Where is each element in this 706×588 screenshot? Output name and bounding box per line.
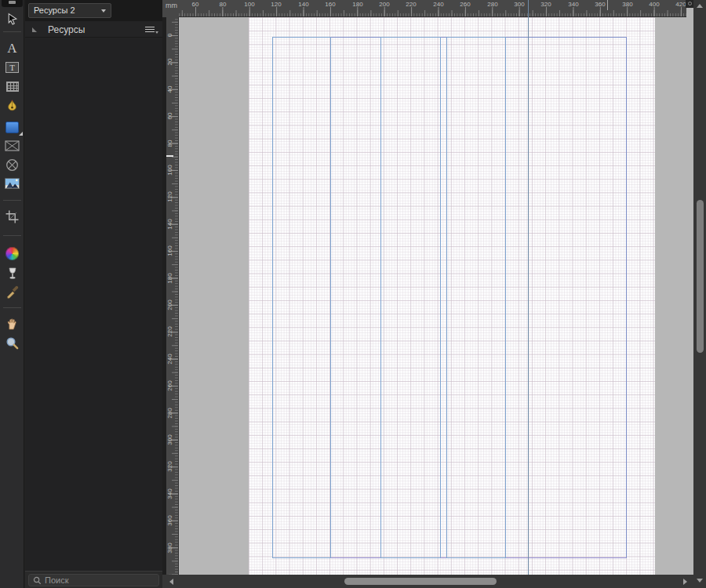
assets-section-header[interactable]: Ресурсы: [25, 21, 162, 38]
tools-panel: A T: [0, 0, 24, 588]
ruler-tick-label: 340: [568, 1, 578, 9]
assets-list-empty-area[interactable]: [25, 38, 162, 571]
ruler-tick-label: 320: [166, 459, 174, 474]
picture-frame-rectangle-tool-button[interactable]: [0, 136, 24, 155]
ruler-tick-label: 240: [433, 1, 443, 9]
ruler-tick-label: 180: [166, 270, 174, 286]
scroll-right-arrow-icon[interactable]: [683, 579, 687, 585]
ruler-tick-label: 380: [166, 540, 174, 556]
table-tool-button[interactable]: [0, 77, 24, 96]
color-wheel-icon: [5, 247, 19, 260]
ruler-tick-label: 20: [166, 54, 174, 70]
gradient-tool-button[interactable]: [0, 244, 24, 263]
assets-category-value: Ресурсы 2: [34, 5, 75, 15]
ruler-tick-label: 240: [166, 351, 174, 367]
pen-nib-icon: [5, 100, 19, 113]
vertical-scrollbar[interactable]: [693, 0, 706, 588]
rectangle-tool-button[interactable]: [0, 118, 24, 136]
ruler-tick-label: 200: [379, 1, 389, 9]
horizontal-scrollbar[interactable]: [162, 575, 693, 588]
magnifier-icon: [5, 336, 19, 350]
vertical-guide-line[interactable]: [528, 0, 529, 575]
search-placeholder: Поиск: [45, 575, 68, 586]
search-input[interactable]: Поиск: [28, 574, 159, 586]
ruler-tick-label: 140: [298, 1, 308, 9]
ruler-tick-label: 200: [166, 297, 174, 313]
scroll-down-arrow-icon[interactable]: [697, 579, 703, 583]
vertical-scrollbar-thumb[interactable]: [697, 200, 704, 353]
pen-tool-button[interactable]: [0, 96, 24, 115]
assets-search-bar: Поиск: [25, 571, 162, 588]
ruler-tick-label: 260: [460, 1, 470, 9]
artistic-text-icon: A: [7, 42, 16, 55]
ruler-tick-label: 360: [595, 1, 605, 9]
publisher-app-window: { "left_toolbar": { "artistic_text_label…: [0, 0, 706, 588]
assets-category-dropdown[interactable]: Ресурсы 2: [28, 3, 111, 18]
artistic-text-tool-button[interactable]: A: [0, 38, 24, 57]
column-frame-3[interactable]: [446, 37, 506, 558]
ruler-tick-label: 180: [352, 1, 362, 9]
ruler-tick-label: 0: [166, 27, 174, 43]
ruler-tick-label: 360: [166, 513, 174, 528]
ruler-tick-label: 120: [271, 1, 281, 9]
ruler-tick-label: 160: [325, 1, 335, 9]
chevron-down-icon: [101, 9, 106, 13]
vertical-ruler[interactable]: 0204060801001201401601802002202402602803…: [166, 17, 179, 575]
ruler-tick-label: 220: [406, 1, 416, 9]
ruler-tick-label: 400: [649, 1, 659, 9]
rectangle-icon: [5, 122, 19, 133]
clipped-active-tool-button[interactable]: [2, 0, 23, 7]
ruler-cursor-marker: [166, 155, 173, 157]
pan-tool-button[interactable]: [0, 314, 24, 332]
search-icon: [33, 576, 42, 585]
zoom-tool-button[interactable]: [0, 333, 24, 352]
frame-x-rectangle-icon: [5, 140, 20, 151]
color-picker-tool-button[interactable]: [0, 282, 24, 301]
ruler-tick-label: 300: [514, 1, 524, 9]
toolbar-divider: [3, 200, 21, 201]
ruler-tick-label: 420: [675, 1, 686, 9]
ruler-tick-label: 280: [487, 1, 497, 9]
scroll-left-arrow-icon[interactable]: [169, 579, 173, 585]
horizontal-ruler[interactable]: 6080100120140160180200220240260280300320…: [179, 0, 686, 17]
frame-text-tool-button[interactable]: T: [0, 58, 24, 77]
assets-panel: Ресурсы 2 Ресурсы Поиск: [25, 0, 162, 588]
ruler-tick-label: 340: [166, 486, 174, 502]
place-image-tool-button[interactable]: [0, 174, 24, 193]
toolbar-divider: [3, 31, 21, 32]
section-menu-button[interactable]: [145, 27, 155, 33]
ruler-tick-label: 320: [540, 1, 551, 9]
ruler-tick-label: 80: [220, 1, 227, 9]
ruler-unit-corner[interactable]: mm: [162, 0, 179, 17]
ruler-tick-label: 140: [166, 216, 174, 232]
ruler-tick-label: 100: [166, 162, 174, 178]
table-icon: [6, 82, 19, 92]
frame-text-icon: T: [5, 62, 19, 73]
assets-panel-header-bar: Ресурсы 2: [25, 0, 162, 21]
ruler-tick-label: 120: [166, 189, 174, 205]
toolbar-divider: [3, 307, 21, 308]
scroll-up-arrow-icon[interactable]: [697, 4, 703, 8]
column-frame-1[interactable]: [272, 37, 331, 558]
glass-icon: [6, 267, 19, 280]
eyedropper-icon: [5, 285, 19, 299]
ruler-tick-label: 260: [166, 378, 174, 394]
ruler-unit-label: mm: [166, 2, 177, 9]
pasteboard-corner-patch: [686, 8, 693, 17]
section-expand-triangle-icon[interactable]: [32, 27, 37, 32]
ruler-tick-label: 80: [166, 136, 174, 151]
horizontal-scrollbar-thumb[interactable]: [344, 578, 497, 585]
section-title: Ресурсы: [48, 24, 85, 35]
transparency-tool-button[interactable]: [0, 263, 24, 282]
move-tool-button[interactable]: [0, 9, 24, 28]
column-frame-2[interactable]: [380, 37, 441, 558]
ruler-tick-label: 220: [166, 324, 174, 339]
picture-frame-ellipse-tool-button[interactable]: [0, 155, 24, 174]
ruler-tick-label: 40: [166, 82, 174, 97]
document-canvas-area: mm 6080100120140160180200220240260280300…: [162, 0, 706, 588]
crop-tool-button[interactable]: [0, 207, 24, 226]
ruler-cursor-marker: [607, 0, 608, 10]
frame-x-ellipse-icon: [5, 158, 19, 172]
ruler-tick-label: 300: [166, 432, 174, 448]
document-viewport[interactable]: [179, 17, 693, 575]
